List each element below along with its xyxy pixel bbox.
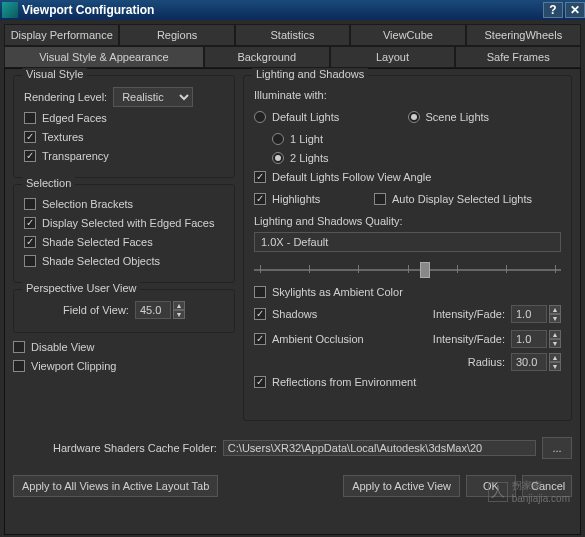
tabs-row-2: Visual Style & Appearance Background Lay… (4, 46, 581, 68)
tab-background[interactable]: Background (204, 46, 330, 68)
illuminate-label: Illuminate with: (254, 89, 327, 101)
check-ambient-occ[interactable] (254, 333, 266, 345)
label-transparency: Transparency (42, 150, 109, 162)
intensity2-up[interactable]: ▲ (549, 330, 561, 339)
fov-label: Field of View: (63, 304, 129, 316)
label-viewport-clipping: Viewport Clipping (31, 360, 116, 372)
radio-default-lights[interactable] (254, 111, 266, 123)
label-display-edged: Display Selected with Edged Faces (42, 217, 214, 229)
check-shade-faces[interactable] (24, 236, 36, 248)
quality-slider[interactable] (254, 260, 561, 280)
label-default-lights: Default Lights (272, 111, 339, 123)
legend-visual-style: Visual Style (22, 68, 87, 80)
label-follow-view: Default Lights Follow View Angle (272, 171, 431, 183)
check-transparency[interactable] (24, 150, 36, 162)
label-ambient-occ: Ambient Occlusion (272, 333, 364, 345)
titlebar: Viewport Configuration ? ✕ (0, 0, 585, 20)
tab-steeringwheels[interactable]: SteeringWheels (466, 24, 581, 46)
label-shadows: Shadows (272, 308, 317, 320)
check-auto-display[interactable] (374, 193, 386, 205)
window-title: Viewport Configuration (22, 3, 154, 17)
label-reflections: Reflections from Environment (272, 376, 416, 388)
check-selection-brackets[interactable] (24, 198, 36, 210)
intensity1-input[interactable] (511, 305, 547, 323)
quality-value: 1.0X - Default (261, 236, 328, 248)
label-shade-objects: Shade Selected Objects (42, 255, 160, 267)
label-shade-faces: Shade Selected Faces (42, 236, 153, 248)
tab-safe-frames[interactable]: Safe Frames (455, 46, 581, 68)
label-1-light: 1 Light (290, 133, 323, 145)
tab-regions[interactable]: Regions (119, 24, 234, 46)
shaders-label: Hardware Shaders Cache Folder: (53, 442, 217, 454)
check-skylights[interactable] (254, 286, 266, 298)
legend-perspective: Perspective User View (22, 282, 140, 294)
radio-scene-lights[interactable] (408, 111, 420, 123)
group-selection: Selection Selection Brackets Display Sel… (13, 184, 235, 283)
intensity1-down[interactable]: ▼ (549, 314, 561, 323)
quality-label: Lighting and Shadows Quality: (254, 215, 403, 227)
label-textures: Textures (42, 131, 84, 143)
check-shade-objects[interactable] (24, 255, 36, 267)
intensity2-input[interactable] (511, 330, 547, 348)
label-auto-display: Auto Display Selected Lights (392, 193, 532, 205)
apply-active-button[interactable]: Apply to Active View (343, 475, 460, 497)
check-display-edged[interactable] (24, 217, 36, 229)
label-selection-brackets: Selection Brackets (42, 198, 133, 210)
group-visual-style: Visual Style Rendering Level: Realistic … (13, 75, 235, 178)
rendering-level-select[interactable]: Realistic (113, 87, 193, 107)
help-button[interactable]: ? (543, 2, 563, 18)
app-icon (2, 2, 18, 18)
close-button[interactable]: ✕ (565, 2, 585, 18)
label-scene-lights: Scene Lights (426, 111, 490, 123)
watermark-logo-icon: 人 (488, 482, 508, 502)
fov-down[interactable]: ▼ (173, 310, 185, 319)
fov-up[interactable]: ▲ (173, 301, 185, 310)
check-edged-faces[interactable] (24, 112, 36, 124)
tab-viewcube[interactable]: ViewCube (350, 24, 465, 46)
watermark: 人 拐家家 banjiajia.com (488, 479, 570, 504)
intensity1-label: Intensity/Fade: (433, 308, 505, 320)
label-disable-view: Disable View (31, 341, 94, 353)
group-perspective: Perspective User View Field of View: ▲▼ (13, 289, 235, 333)
shaders-path-input[interactable] (223, 440, 536, 456)
apply-all-button[interactable]: Apply to All Views in Active Layout Tab (13, 475, 218, 497)
radio-1-light[interactable] (272, 133, 284, 145)
group-lighting: Lighting and Shadows Illuminate with: De… (243, 75, 572, 421)
rendering-level-label: Rendering Level: (24, 91, 107, 103)
legend-lighting: Lighting and Shadows (252, 68, 368, 80)
quality-value-box[interactable]: 1.0X - Default (254, 232, 561, 252)
check-disable-view[interactable] (13, 341, 25, 353)
watermark-brand: 拐家家 (512, 479, 570, 493)
watermark-site: banjiajia.com (512, 493, 570, 504)
fov-input[interactable] (135, 301, 171, 319)
radius-down[interactable]: ▼ (549, 362, 561, 371)
label-edged-faces: Edged Faces (42, 112, 107, 124)
intensity2-down[interactable]: ▼ (549, 339, 561, 348)
check-highlights[interactable] (254, 193, 266, 205)
label-2-lights: 2 Lights (290, 152, 329, 164)
check-reflections[interactable] (254, 376, 266, 388)
radius-input[interactable] (511, 353, 547, 371)
radius-label: Radius: (468, 356, 505, 368)
tab-visual-style[interactable]: Visual Style & Appearance (4, 46, 204, 68)
legend-selection: Selection (22, 177, 75, 189)
label-skylights: Skylights as Ambient Color (272, 286, 403, 298)
radius-up[interactable]: ▲ (549, 353, 561, 362)
browse-button[interactable]: ... (542, 437, 572, 459)
intensity1-up[interactable]: ▲ (549, 305, 561, 314)
tabs-row-1: Display Performance Regions Statistics V… (4, 24, 581, 46)
check-follow-view[interactable] (254, 171, 266, 183)
check-viewport-clipping[interactable] (13, 360, 25, 372)
radio-2-lights[interactable] (272, 152, 284, 164)
check-shadows[interactable] (254, 308, 266, 320)
tab-layout[interactable]: Layout (330, 46, 456, 68)
label-highlights: Highlights (272, 193, 320, 205)
intensity2-label: Intensity/Fade: (433, 333, 505, 345)
check-textures[interactable] (24, 131, 36, 143)
tab-statistics[interactable]: Statistics (235, 24, 350, 46)
tab-display-performance[interactable]: Display Performance (4, 24, 119, 46)
